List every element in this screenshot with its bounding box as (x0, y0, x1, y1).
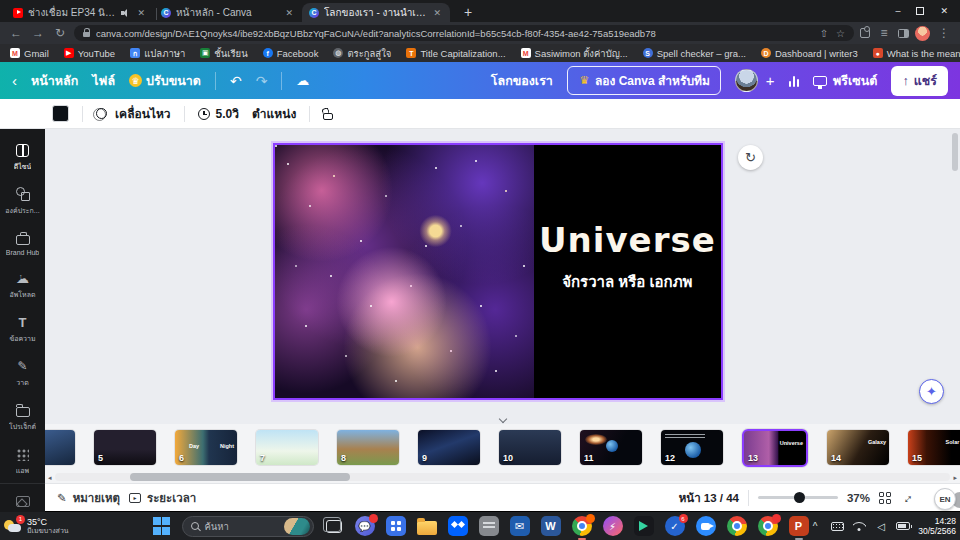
bookmark-site[interactable]: ◍ตระกูลสู่ใจ (333, 46, 391, 61)
slide-thumbnail-11[interactable]: 11 (580, 430, 642, 465)
volume-icon[interactable]: ◁ (874, 518, 888, 534)
duration-button[interactable]: 5.0วิ (198, 104, 239, 123)
slide-thumbnail-14[interactable]: Galaxy14 (827, 430, 889, 465)
animate-button[interactable]: เคลื่อนไหว (96, 104, 171, 123)
start-button[interactable] (151, 515, 173, 537)
zoom-percent[interactable]: 37% (847, 492, 870, 504)
chrome-icon-3[interactable] (757, 515, 779, 537)
back-button[interactable]: ← (8, 26, 24, 40)
bookmark-translate[interactable]: กแปลภาษา (130, 46, 185, 61)
weather-widget[interactable]: 1 35°C มีเมฆบางส่วน (4, 517, 69, 535)
close-button[interactable]: ✕ (940, 6, 948, 16)
share-page-icon[interactable]: ⇧ (820, 28, 828, 39)
slide-thumbnail-13-selected[interactable]: Universe13 (742, 429, 808, 467)
present-button[interactable]: พรีเซนต์ (813, 71, 877, 91)
wifi-icon[interactable] (852, 518, 866, 534)
slide-thumbnail-7[interactable]: 7 (256, 430, 318, 465)
tab-audio-icon[interactable] (121, 9, 130, 17)
taskbar-search[interactable]: ค้นหา (182, 516, 314, 537)
extensions-icon[interactable] (860, 28, 870, 38)
minimize-button[interactable]: – (895, 6, 900, 16)
taskbar-clock[interactable]: 14:28 30/5/2566 (918, 516, 956, 536)
add-member-button[interactable]: + (766, 72, 775, 89)
sidebar-item-uploads[interactable]: ☁อัพโหลด (0, 263, 45, 307)
notes-button[interactable]: ✎ หมายเหตุ (57, 489, 120, 507)
scroll-right-icon[interactable]: ▸ (953, 474, 957, 481)
grid-view-icon[interactable] (879, 492, 891, 504)
collapse-filmstrip-icon[interactable] (496, 415, 510, 423)
back-to-home-icon[interactable]: ‹ (12, 72, 17, 89)
battery-icon[interactable] (896, 518, 910, 534)
maximize-button[interactable] (916, 7, 924, 15)
bookmark-youtube[interactable]: ▶YouTube (64, 48, 115, 59)
canvas-vertical-scrollbar[interactable] (952, 133, 958, 413)
chrome-icon-2[interactable] (726, 515, 748, 537)
position-button[interactable]: ตำแหน่ง (252, 104, 296, 123)
user-avatar[interactable] (735, 69, 758, 92)
galaxy-image[interactable] (275, 145, 534, 398)
tab-canva-design-active[interactable]: C โลกของเรา - งานนำเสนอ ✕ (302, 3, 450, 22)
slide-title[interactable]: Universe (539, 220, 716, 260)
browser-menu-icon[interactable]: ⋮ (936, 26, 952, 40)
reload-button[interactable]: ↻ (52, 26, 68, 40)
sidebar-item-draw[interactable]: ✎วาด (0, 351, 45, 395)
messenger-icon[interactable]: ⚡ (602, 515, 624, 537)
bookmark-meaning[interactable]: ●What is the meanin... (873, 48, 960, 59)
insights-icon[interactable] (789, 75, 800, 87)
file-menu[interactable]: ไฟล์ (92, 71, 115, 91)
comment-button[interactable]: ↻ (738, 145, 763, 170)
reading-list-icon[interactable]: ≡ (876, 26, 892, 40)
todo-icon[interactable]: ✓6 (664, 515, 686, 537)
magic-assistant-button[interactable]: ✦ (919, 379, 944, 404)
scrollbar-track[interactable] (55, 473, 951, 481)
dropbox-icon[interactable] (447, 515, 469, 537)
timing-button[interactable]: ▸ ระยะเวลา (129, 489, 196, 507)
forward-button[interactable]: → (30, 26, 46, 40)
sidebar-item-apps[interactable]: แอพ (0, 439, 45, 483)
browser-profile-avatar[interactable] (915, 26, 930, 41)
calculator-icon[interactable] (385, 515, 407, 537)
tab-youtube[interactable]: ช่างเชื่อม EP34 นิทานแม้วไส้ ไม่เ... ✕ (6, 3, 154, 22)
slide-thumbnail-15[interactable]: Solar sy15 (908, 430, 960, 465)
lock-icon[interactable] (323, 113, 333, 120)
address-bar[interactable]: canva.com/design/DAE1Qnoyks4/ibe92xbBqzU… (74, 25, 854, 41)
slide-thumbnail[interactable] (45, 430, 75, 465)
tab-close-icon[interactable]: ✕ (135, 7, 147, 19)
media-app-icon[interactable] (633, 515, 655, 537)
sidebar-item-text[interactable]: Tข้อความ (0, 307, 45, 351)
slide-text-block[interactable]: Universe จักรวาล หรือ เอกภพ (534, 145, 721, 398)
language-badge[interactable]: EN (934, 488, 956, 510)
sidebar-item-projects[interactable]: โปรเจ็กต์ (0, 395, 45, 439)
task-view-button[interactable] (323, 515, 345, 537)
sidebar-item-elements[interactable]: องค์ประก... (0, 179, 45, 223)
tab-canva-home[interactable]: C หน้าหลัก - Canva ✕ (154, 3, 302, 22)
slide-subtitle[interactable]: จักรวาล หรือ เอกภพ (562, 270, 692, 294)
bookmark-dashboard[interactable]: DDashboard | writer3 (761, 48, 858, 59)
slide-thumbnail-10[interactable]: 10 (499, 430, 561, 465)
slide-thumbnail-6[interactable]: DayNight6 (175, 430, 237, 465)
mail-icon[interactable]: ✉ (509, 515, 531, 537)
search-highlight-image[interactable] (284, 518, 310, 535)
side-panel-icon[interactable] (898, 29, 909, 38)
slide-thumbnail-5[interactable]: 5 (94, 430, 156, 465)
zoom-slider[interactable] (758, 496, 838, 499)
chrome-icon-active[interactable] (571, 515, 593, 537)
bookmark-classroom[interactable]: ▣ชั้นเรียน (200, 46, 247, 61)
bookmark-title-capitalization[interactable]: TTitle Capitalization... (406, 48, 505, 59)
try-canva-teams-button[interactable]: ♛ ลอง Canva สำหรับทีม (567, 66, 721, 95)
slide-thumbnail-8[interactable]: 8 (337, 430, 399, 465)
slide-thumbnail-9[interactable]: 9 (418, 430, 480, 465)
word-icon[interactable]: W (540, 515, 562, 537)
undo-button[interactable]: ↶ (230, 73, 242, 89)
bookmark-star-icon[interactable]: ☆ (836, 28, 845, 39)
resize-button[interactable]: ♛ ปรับขนาด (129, 71, 201, 91)
sidebar-item-design[interactable]: ดีไซน์ (0, 135, 45, 179)
file-explorer-icon[interactable] (416, 515, 438, 537)
zoom-app-icon[interactable] (695, 515, 717, 537)
slide-page[interactable]: Universe จักรวาล หรือ เอกภพ (273, 143, 723, 400)
home-menu[interactable]: หน้าหลัก (31, 71, 78, 91)
redo-button[interactable]: ↷ (256, 73, 268, 89)
tab-close-icon[interactable]: ✕ (283, 7, 295, 19)
keyboard-icon[interactable] (830, 518, 844, 534)
app-icon-gray[interactable] (478, 515, 500, 537)
